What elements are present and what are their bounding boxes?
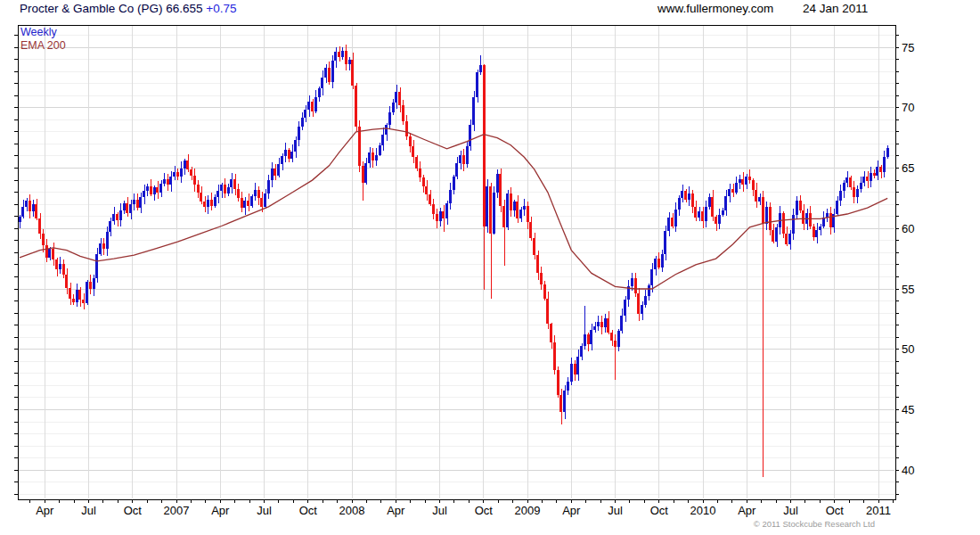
candle-body [731, 189, 734, 193]
candle-body [348, 60, 351, 64]
candle-body [620, 316, 623, 332]
candle-body [375, 155, 378, 161]
candle-body [543, 284, 546, 299]
x-axis-label: Jul [432, 504, 447, 517]
candle-body [506, 193, 509, 227]
candle-body [372, 152, 374, 160]
candle-body [752, 180, 755, 190]
candle-body [691, 193, 694, 207]
candle-body [439, 211, 442, 221]
candle-body [519, 210, 522, 219]
candle-body [311, 102, 314, 111]
candle-body [150, 186, 152, 194]
candle-body [412, 146, 414, 157]
candle-body [271, 169, 274, 181]
x-axis-label: Oct [475, 504, 494, 517]
candle-body [667, 218, 670, 231]
candle-body [785, 234, 788, 244]
candle-body [314, 97, 317, 111]
candle-body [860, 183, 862, 189]
candle-body [379, 145, 381, 155]
candle-body [610, 333, 613, 341]
candle-body [657, 259, 660, 267]
candle-body [513, 202, 516, 210]
candle-body [48, 249, 51, 257]
candle-body [358, 127, 361, 165]
candle-body [584, 334, 586, 345]
candle-body [281, 156, 283, 164]
candle-body [133, 200, 135, 204]
candle-body [557, 370, 559, 395]
candle-body [153, 187, 156, 194]
candle-body [398, 92, 401, 105]
candle-body [86, 282, 88, 303]
candle-body [469, 125, 471, 146]
candle-body [718, 215, 721, 223]
candle-body [38, 218, 41, 233]
candle-body [233, 179, 236, 189]
candle-body [735, 183, 738, 193]
y-axis-label: 75 [902, 41, 914, 54]
x-axis-label: 2009 [515, 504, 541, 517]
x-axis-label: 2008 [339, 504, 365, 517]
x-axis-label: Jul [81, 504, 96, 517]
candle-body [169, 177, 172, 185]
x-axis-label: Oct [299, 504, 318, 517]
candle-body [684, 191, 687, 199]
candle-body [102, 243, 105, 250]
candle-body [163, 179, 166, 184]
candle-body [570, 364, 573, 382]
candle-body [664, 231, 666, 254]
candle-body [21, 207, 24, 217]
candle-body [42, 234, 45, 246]
candle-body [661, 254, 664, 268]
candle-body [307, 102, 310, 110]
candle-body [45, 245, 48, 258]
candle-body [445, 203, 448, 219]
candle-body [355, 86, 357, 127]
x-axis-label: 2011 [866, 504, 891, 517]
candle-body [254, 190, 257, 196]
candle-body [119, 210, 122, 220]
candle-body [765, 207, 768, 224]
candle-body [106, 232, 109, 249]
candle-body [59, 264, 61, 270]
y-axis-label: 45 [902, 403, 914, 416]
candle-body [274, 169, 276, 176]
candle-body [197, 185, 200, 192]
candle-body [214, 197, 216, 205]
candle-body [224, 185, 226, 193]
candle-body [829, 213, 832, 227]
candle-body [479, 65, 482, 72]
candle-body [681, 191, 683, 198]
candle-body [301, 118, 304, 128]
candle-body [176, 172, 179, 177]
candle-body [462, 155, 465, 165]
candle-body [173, 172, 176, 177]
candle-body [453, 177, 455, 190]
candle-body [499, 174, 502, 205]
candle-body [741, 179, 744, 185]
candle-body [604, 318, 607, 328]
candle-body [328, 68, 331, 82]
chart-date: 24 Jan 2011 [803, 2, 868, 15]
candle-body [574, 364, 576, 374]
candle-body [688, 193, 690, 200]
candle-body [839, 191, 842, 201]
candle-body [247, 201, 249, 205]
candle-body [136, 200, 139, 208]
candle-body [527, 206, 529, 223]
candle-body [546, 299, 549, 324]
candle-body [792, 215, 795, 233]
candle-body [593, 326, 596, 330]
candle-body [318, 88, 321, 96]
candle-body [267, 180, 270, 193]
candle-body [237, 189, 240, 199]
candle-body [788, 234, 791, 244]
candle-body [769, 207, 772, 230]
x-axis-label: Oct [650, 504, 669, 517]
candle-body [799, 201, 802, 210]
candle-body [331, 61, 334, 82]
candle-body [772, 230, 774, 243]
candle-body [550, 324, 552, 342]
